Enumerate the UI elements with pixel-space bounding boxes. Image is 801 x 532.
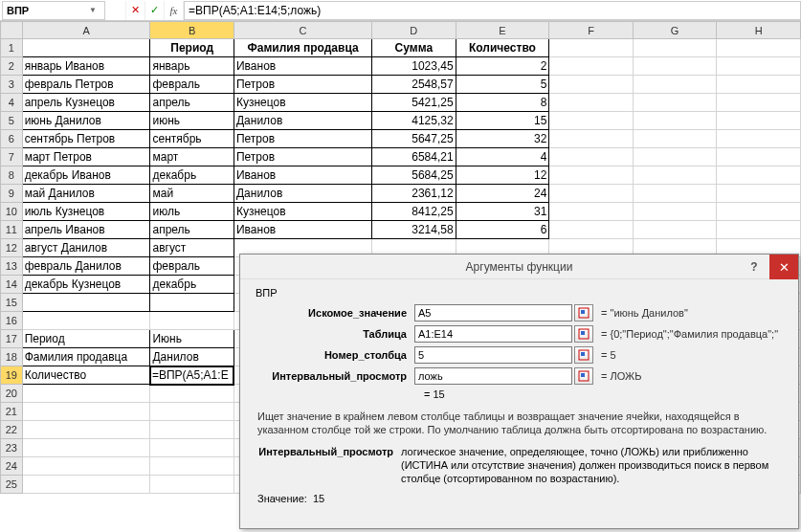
row-header[interactable]: 14 [1,276,23,294]
cell[interactable]: апрель Кузнецов [22,94,150,112]
cell[interactable] [549,94,634,112]
row-header[interactable]: 3 [1,76,23,94]
cell[interactable]: февраль Петров [22,76,150,94]
cell[interactable] [717,39,801,57]
active-cell[interactable]: =ВПР(A5;A1:E [150,366,234,385]
cell[interactable]: август Данилов [22,239,150,257]
cell[interactable]: 15 [456,112,549,130]
cell[interactable]: июнь Данилов [22,112,150,130]
cell[interactable]: 5421,25 [372,94,456,112]
cell[interactable] [150,476,234,494]
col-header-h[interactable]: H [717,22,801,39]
cell[interactable] [717,112,801,130]
cell[interactable]: июнь [150,112,234,130]
cell[interactable]: январь Иванов [22,57,150,76]
cell[interactable]: 3214,58 [372,221,456,239]
cell[interactable]: сентябрь [150,130,234,148]
row-header[interactable]: 9 [1,185,23,203]
row-header[interactable]: 17 [1,330,23,348]
cell[interactable]: июль Кузнецов [22,203,150,221]
cell[interactable] [150,457,234,476]
cell[interactable] [717,94,801,112]
row-header[interactable]: 7 [1,148,23,166]
cell[interactable] [633,148,717,166]
cell[interactable]: Иванов [234,221,371,239]
formula-input[interactable]: =ВПР(A5;A1:E14;5;ложь) [184,1,801,20]
cell[interactable]: сентябрь Петров [22,130,150,148]
cell[interactable] [22,385,150,403]
cell[interactable] [549,57,634,76]
cell[interactable]: Петров [234,148,371,166]
row-header[interactable]: 22 [1,421,23,439]
cell[interactable]: Иванов [234,166,371,185]
cell[interactable]: 8412,25 [372,203,456,221]
cell[interactable]: Период [150,39,234,57]
cell[interactable]: апрель Иванов [22,221,150,239]
cell[interactable]: Данилов [234,185,371,203]
cell[interactable] [22,476,150,494]
row-header[interactable]: 15 [1,294,23,312]
cell[interactable]: 5684,25 [372,166,456,185]
cell[interactable] [549,112,634,130]
cell[interactable]: Июнь [150,330,234,348]
cell[interactable] [549,221,634,239]
row-header[interactable]: 21 [1,403,23,421]
row-header[interactable]: 12 [1,239,23,257]
cell[interactable] [633,130,717,148]
range-select-icon[interactable] [574,304,593,321]
range-select-icon[interactable] [574,367,593,385]
cell[interactable]: Период [22,330,150,348]
cell[interactable]: Количество [22,366,150,385]
cell[interactable] [633,94,717,112]
dialog-title-bar[interactable]: Аргументы функции ? ✕ [240,255,798,279]
cell[interactable]: январь [150,57,234,76]
cell[interactable]: апрель [150,94,234,112]
cell[interactable]: февраль [150,76,234,94]
cell[interactable]: 31 [456,203,549,221]
row-header[interactable]: 20 [1,385,23,403]
cell[interactable] [717,185,801,203]
row-header[interactable]: 19 [1,366,23,385]
cell[interactable]: декабрь [150,166,234,185]
cell[interactable]: Петров [234,76,371,94]
name-box[interactable]: ВПР ▼ [2,1,105,20]
cell[interactable] [150,385,234,403]
range-select-icon[interactable] [574,325,593,343]
cell[interactable] [22,457,150,476]
cell[interactable] [22,421,150,439]
cell[interactable]: март [150,148,234,166]
cell[interactable] [22,39,150,57]
cell[interactable] [150,403,234,421]
cell[interactable] [633,221,717,239]
cell[interactable]: Кузнецов [234,94,371,112]
cell[interactable]: Данилов [150,348,234,366]
cell[interactable]: Данилов [234,112,371,130]
help-button[interactable]: ? [741,255,768,279]
chevron-down-icon[interactable]: ▼ [89,6,100,14]
cell[interactable]: 6 [456,221,549,239]
arg-input[interactable] [414,346,572,364]
cell[interactable] [633,185,717,203]
cell[interactable] [150,312,234,330]
arg-input[interactable] [414,325,572,343]
row-header[interactable]: 23 [1,439,23,457]
cell[interactable]: Сумма [372,39,456,57]
cell[interactable]: 6584,21 [372,148,456,166]
cell[interactable]: май [150,185,234,203]
cell[interactable] [549,76,634,94]
range-select-icon[interactable] [574,346,593,364]
cell[interactable]: 1023,45 [372,57,456,76]
cell[interactable] [633,166,717,185]
fx-icon[interactable]: fx [165,1,184,20]
cell[interactable]: Количество [456,39,549,57]
row-header[interactable]: 6 [1,130,23,148]
cell[interactable]: 4 [456,148,549,166]
cell[interactable] [633,76,717,94]
row-header[interactable]: 13 [1,257,23,276]
close-icon[interactable]: ✕ [769,255,798,279]
cell[interactable] [549,148,634,166]
cell[interactable]: 2 [456,57,549,76]
cell[interactable] [633,39,717,57]
cell[interactable] [549,203,634,221]
cell[interactable]: 5647,25 [372,130,456,148]
